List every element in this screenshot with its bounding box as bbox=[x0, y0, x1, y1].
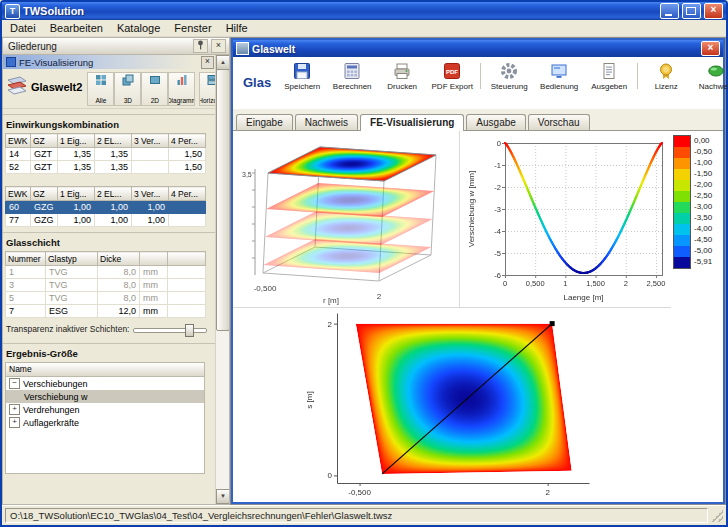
calculate-button[interactable]: Berechnen bbox=[327, 59, 377, 93]
cell[interactable]: TVG bbox=[46, 279, 98, 292]
cell[interactable]: mm bbox=[140, 292, 168, 305]
cell[interactable]: 1,35 bbox=[95, 161, 132, 174]
table-row-selected[interactable]: 60 GZG 1,00 1,00 1,00 bbox=[6, 201, 206, 214]
cell[interactable] bbox=[132, 148, 169, 161]
pin-icon[interactable] bbox=[193, 39, 208, 53]
verification-button[interactable]: Nachweis bbox=[691, 59, 728, 93]
resize-grip[interactable] bbox=[711, 510, 723, 522]
slider-track[interactable] bbox=[133, 328, 207, 333]
cell[interactable]: 1,00 bbox=[95, 201, 132, 214]
color-plot-heatmap bbox=[303, 309, 603, 502]
tab-nachweis[interactable]: Nachweis bbox=[295, 114, 358, 130]
tab-eingabe[interactable]: Eingabe bbox=[236, 114, 293, 130]
glass-layer-row[interactable]: 5 TVG 8,0 mm bbox=[6, 292, 206, 305]
minimize-button[interactable] bbox=[660, 3, 679, 19]
cell[interactable]: 1,00 bbox=[58, 214, 95, 227]
cell[interactable]: ESG bbox=[46, 305, 98, 318]
cell[interactable]: 60 bbox=[6, 201, 31, 214]
glass-layer-row[interactable]: 1 TVG 8,0 mm bbox=[6, 266, 206, 279]
panel-close-button[interactable]: × bbox=[211, 39, 226, 53]
cell[interactable]: GZG bbox=[31, 214, 58, 227]
transparency-slider[interactable] bbox=[133, 323, 207, 335]
license-button[interactable]: Lizenz bbox=[641, 59, 691, 93]
tree-item-verschiebungen[interactable]: − Verschiebungen bbox=[6, 377, 204, 390]
operation-button[interactable]: Bedienung bbox=[534, 59, 584, 93]
cell[interactable]: 1,35 bbox=[58, 148, 95, 161]
cell[interactable]: GZT bbox=[31, 161, 58, 174]
toolbar-button-2d[interactable]: 2D bbox=[141, 72, 168, 106]
cell[interactable]: 77 bbox=[6, 214, 31, 227]
tree-item-verschiebung-w[interactable]: Verschiebung w bbox=[6, 390, 204, 403]
tab-ausgabe[interactable]: Ausgabe bbox=[466, 114, 525, 130]
menu-bearbeiten[interactable]: Bearbeiten bbox=[43, 21, 110, 35]
cell[interactable]: 1 bbox=[6, 266, 46, 279]
toolbar-button-3d[interactable]: 3D bbox=[114, 72, 141, 106]
cell[interactable] bbox=[168, 279, 206, 292]
table-row[interactable]: 14 GZT 1,35 1,35 1,50 bbox=[6, 148, 206, 161]
cell[interactable]: 1,35 bbox=[95, 148, 132, 161]
panel-scrollbar[interactable]: ▲ ▼ bbox=[215, 55, 229, 504]
table-row[interactable]: 52 GZT 1,35 1,35 1,50 bbox=[6, 161, 206, 174]
child-close-button[interactable]: × bbox=[701, 41, 720, 56]
cell[interactable]: 52 bbox=[6, 161, 31, 174]
cell[interactable] bbox=[132, 161, 169, 174]
3d-layer-plot[interactable] bbox=[239, 133, 454, 305]
scroll-down-button[interactable]: ▼ bbox=[216, 489, 230, 504]
cell[interactable]: TVG bbox=[46, 292, 98, 305]
cell[interactable]: mm bbox=[140, 266, 168, 279]
cell[interactable]: mm bbox=[140, 279, 168, 292]
cell[interactable]: 5 bbox=[6, 292, 46, 305]
cell[interactable]: 8,0 bbox=[98, 292, 140, 305]
view-close-button[interactable]: × bbox=[201, 56, 214, 69]
cell[interactable]: 3 bbox=[6, 279, 46, 292]
cell[interactable]: 1,35 bbox=[58, 161, 95, 174]
glass-layer-row[interactable]: 3 TVG 8,0 mm bbox=[6, 279, 206, 292]
cell[interactable]: mm bbox=[140, 305, 168, 318]
cell[interactable] bbox=[168, 305, 206, 318]
cell[interactable]: 1,00 bbox=[132, 201, 169, 214]
toolbar-button-diagramm[interactable]: Diagramm bbox=[168, 72, 195, 106]
control-button[interactable]: Steuerung bbox=[484, 59, 534, 93]
tab-vorschau[interactable]: Vorschau bbox=[528, 114, 590, 130]
save-button[interactable]: Speichern bbox=[277, 59, 327, 93]
cell[interactable]: GZT bbox=[31, 148, 58, 161]
collapse-icon[interactable]: − bbox=[9, 378, 20, 389]
cell[interactable]: GZG bbox=[31, 201, 58, 214]
cell[interactable] bbox=[169, 201, 206, 214]
maximize-button[interactable] bbox=[682, 3, 701, 19]
cell[interactable]: 7 bbox=[6, 305, 46, 318]
print-button[interactable]: Drucken bbox=[377, 59, 427, 93]
glass-layer-row-active[interactable]: 7 ESG 12,0 mm bbox=[6, 305, 206, 318]
cell[interactable]: 12,0 bbox=[98, 305, 140, 318]
cell[interactable] bbox=[169, 214, 206, 227]
expand-icon[interactable]: + bbox=[9, 404, 20, 415]
cell[interactable]: TVG bbox=[46, 266, 98, 279]
cell[interactable]: 1,50 bbox=[169, 148, 206, 161]
tab-fe-visualisierung[interactable]: FE-Visualisierung bbox=[360, 114, 464, 131]
cell[interactable] bbox=[168, 292, 206, 305]
cell[interactable] bbox=[168, 266, 206, 279]
pdf-export-button[interactable]: PDF PDF Export bbox=[427, 59, 477, 93]
cell[interactable]: 1,00 bbox=[132, 214, 169, 227]
output-button[interactable]: Ausgeben bbox=[584, 59, 634, 93]
expand-icon[interactable]: + bbox=[9, 417, 20, 428]
cell[interactable]: 1,00 bbox=[58, 201, 95, 214]
toolbar-button-alle[interactable]: Alle bbox=[87, 72, 114, 106]
menu-fenster[interactable]: Fenster bbox=[167, 21, 218, 35]
scrollbar-thumb[interactable] bbox=[216, 69, 230, 331]
toolbar-button-horizontal[interactable]: Horizontal bbox=[199, 72, 215, 106]
tree-item-auflagerkraefte[interactable]: + Auflagerkräfte bbox=[6, 416, 204, 429]
cell[interactable]: 1,50 bbox=[169, 161, 206, 174]
menu-datei[interactable]: Datei bbox=[3, 21, 43, 35]
menu-kataloge[interactable]: Kataloge bbox=[110, 21, 167, 35]
cell[interactable]: 14 bbox=[6, 148, 31, 161]
tree-item-verdrehungen[interactable]: + Verdrehungen bbox=[6, 403, 204, 416]
scroll-up-button[interactable]: ▲ bbox=[216, 55, 230, 70]
menu-hilfe[interactable]: Hilfe bbox=[219, 21, 255, 35]
table-row[interactable]: 77 GZG 1,00 1,00 1,00 bbox=[6, 214, 206, 227]
cell[interactable]: 1,00 bbox=[95, 214, 132, 227]
cell[interactable]: 8,0 bbox=[98, 279, 140, 292]
slider-thumb[interactable] bbox=[185, 324, 194, 337]
close-button[interactable]: × bbox=[704, 3, 723, 19]
cell[interactable]: 8,0 bbox=[98, 266, 140, 279]
